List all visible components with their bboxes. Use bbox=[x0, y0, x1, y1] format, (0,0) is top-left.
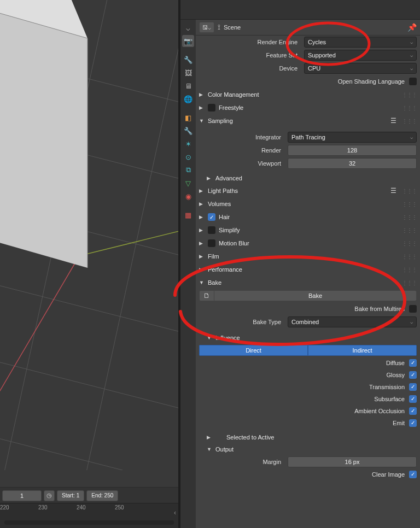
tick: 220 bbox=[0, 504, 9, 511]
panel-simplify[interactable]: ▶ Simplify ⋮⋮⋮ bbox=[196, 224, 420, 237]
panel-freestyle[interactable]: ▶ Freestyle ⋮⋮⋮ bbox=[196, 101, 420, 114]
svg-line-10 bbox=[0, 256, 79, 437]
current-frame-field[interactable]: 1 bbox=[2, 490, 42, 501]
panel-title: Motion Blur bbox=[219, 240, 249, 247]
panel-light-paths[interactable]: ▶ Light Paths ☰ ⋮⋮⋮ bbox=[196, 184, 420, 197]
bake-button[interactable]: 🗋 Bake bbox=[199, 290, 417, 301]
autokey-icon[interactable]: ◷ bbox=[44, 490, 55, 501]
integrator-dropdown[interactable]: Path Tracing bbox=[288, 132, 417, 143]
pass-diffuse-label: Diffuse bbox=[386, 360, 405, 366]
tab-world[interactable]: 🌐 bbox=[182, 93, 194, 105]
panel-title: Output bbox=[215, 446, 234, 453]
viewport-scene bbox=[0, 0, 178, 470]
panel-output[interactable]: ▼ Output bbox=[196, 443, 420, 455]
pass-diffuse-checkbox[interactable]: ✓ bbox=[409, 359, 417, 367]
panel-hair[interactable]: ▶ ✓ Hair ⋮⋮⋮ bbox=[196, 210, 420, 224]
pass-ao-label: Ambient Occlusion bbox=[354, 408, 405, 414]
osl-checkbox[interactable] bbox=[409, 78, 417, 85]
drag-icon: ⋮⋮⋮ bbox=[402, 240, 417, 247]
tab-render[interactable]: 📷 bbox=[182, 35, 194, 47]
pass-subsurface-checkbox[interactable]: ✓ bbox=[409, 395, 417, 403]
render-samples-field[interactable]: 128 bbox=[288, 145, 417, 156]
3d-viewport[interactable]: 1 ◷ Start: 1 End: 250 220 230 240 250 ‹ bbox=[0, 0, 178, 528]
context-selector[interactable]: 🖫⌵ bbox=[199, 22, 214, 33]
tab-physics[interactable]: ⊙ bbox=[182, 151, 194, 163]
tick: 230 bbox=[38, 504, 48, 511]
pass-ao-checkbox[interactable]: ✓ bbox=[409, 407, 417, 415]
clear-image-label: Clear Image bbox=[372, 471, 405, 478]
timeline-scrollbar[interactable] bbox=[4, 520, 174, 525]
tab-constraints[interactable]: ⧉ bbox=[182, 164, 194, 176]
tab-particles[interactable]: ✶ bbox=[182, 138, 194, 150]
simplify-checkbox[interactable] bbox=[208, 226, 215, 234]
render-samples-label: Render bbox=[199, 147, 284, 154]
bake-icon: 🗋 bbox=[199, 290, 214, 301]
pass-transmission-checkbox[interactable]: ✓ bbox=[409, 383, 417, 391]
viewport-samples-field[interactable]: 32 bbox=[288, 158, 417, 169]
tab-data[interactable]: ▽ bbox=[182, 177, 194, 189]
start-label: Start: bbox=[62, 492, 75, 498]
end-frame-field[interactable]: End: 250 bbox=[86, 490, 118, 501]
panel-title: Performance bbox=[208, 266, 242, 273]
feature-set-label: Feature Set bbox=[199, 52, 301, 58]
chevron-left-icon[interactable]: ‹ bbox=[174, 509, 176, 517]
pass-emit-checkbox[interactable]: ✓ bbox=[409, 419, 417, 427]
tab-output[interactable]: 🔧 bbox=[182, 54, 194, 66]
motion-blur-checkbox[interactable] bbox=[208, 239, 215, 247]
panel-selected-to-active[interactable]: ▶ Selected to Active bbox=[196, 431, 420, 443]
drag-icon: ⋮⋮⋮ bbox=[402, 201, 417, 207]
pass-transmission-label: Transmission bbox=[369, 384, 405, 390]
tab-texture[interactable]: ▦ bbox=[182, 209, 194, 221]
toggle-indirect[interactable]: Indirect bbox=[308, 345, 417, 356]
panel-advanced[interactable]: ▶ Advanced bbox=[196, 172, 420, 184]
tab-scene[interactable]: 🖥 bbox=[182, 80, 194, 92]
panel-title: Light Paths bbox=[208, 187, 238, 194]
margin-field[interactable]: 16 px bbox=[288, 456, 417, 467]
scene-icon: ⟟ bbox=[218, 23, 220, 32]
hair-checkbox[interactable]: ✓ bbox=[208, 213, 215, 221]
context-dropdown[interactable]: ⌵ bbox=[182, 22, 194, 34]
freestyle-checkbox[interactable] bbox=[208, 104, 215, 112]
end-value: 250 bbox=[104, 492, 114, 498]
panel-sampling[interactable]: ▼ Sampling ☰ ⋮⋮⋮ bbox=[196, 114, 420, 127]
presets-icon[interactable]: ☰ bbox=[390, 117, 396, 125]
selected-to-active-checkbox[interactable] bbox=[215, 433, 223, 441]
drag-icon: ⋮⋮⋮ bbox=[402, 118, 417, 124]
pass-glossy-checkbox[interactable]: ✓ bbox=[409, 371, 417, 379]
panel-title: Color Management bbox=[208, 91, 259, 98]
drag-icon: ⋮⋮⋮ bbox=[402, 267, 417, 273]
panel-title: Advanced bbox=[215, 175, 242, 181]
bake-button-label: Bake bbox=[214, 290, 417, 301]
start-frame-field[interactable]: Start: 1 bbox=[57, 490, 84, 501]
svg-line-4 bbox=[0, 355, 178, 415]
presets-icon[interactable]: ☰ bbox=[390, 187, 396, 195]
panel-motion-blur[interactable]: ▶ Motion Blur ⋮⋮⋮ bbox=[196, 237, 420, 250]
tab-object[interactable]: ◧ bbox=[182, 112, 194, 124]
device-dropdown[interactable]: CPU bbox=[304, 63, 417, 74]
panel-title: Volumes bbox=[208, 201, 231, 207]
timeline-track[interactable]: 220 230 240 250 ‹ bbox=[0, 503, 178, 528]
panel-title: Selected to Active bbox=[226, 434, 274, 441]
drag-icon: ⋮⋮⋮ bbox=[402, 227, 417, 233]
clear-image-checkbox[interactable]: ✓ bbox=[409, 471, 417, 478]
svg-line-3 bbox=[0, 279, 178, 339]
panel-film[interactable]: ▶ Film ⋮⋮⋮ bbox=[196, 250, 420, 263]
margin-label: Margin bbox=[199, 459, 284, 465]
bake-type-dropdown[interactable]: Combined bbox=[288, 316, 417, 327]
panel-performance[interactable]: ▶ Performance ⋮⋮⋮ bbox=[196, 263, 420, 276]
feature-set-dropdown[interactable]: Supported bbox=[304, 50, 417, 61]
render-engine-dropdown[interactable]: Cycles bbox=[304, 37, 417, 48]
panel-color-management[interactable]: ▶ Color Management ⋮⋮⋮ bbox=[196, 88, 420, 101]
pin-icon[interactable]: 📌 bbox=[407, 23, 417, 32]
toggle-direct[interactable]: Direct bbox=[199, 345, 308, 356]
pass-subsurface-label: Subsurface bbox=[374, 396, 405, 402]
tab-layers[interactable]: 🖼 bbox=[182, 67, 194, 79]
bake-from-multires-label: Bake from Multires bbox=[354, 306, 405, 312]
tab-modifier[interactable]: 🔧 bbox=[182, 125, 194, 137]
bake-from-multires-checkbox[interactable] bbox=[409, 305, 417, 313]
panel-bake[interactable]: ▼ Bake ⋮⋮⋮ bbox=[196, 276, 420, 289]
panel-influence[interactable]: ▼ Influence bbox=[196, 332, 420, 344]
tab-material[interactable]: ◉ bbox=[182, 190, 194, 202]
drag-icon: ⋮⋮⋮ bbox=[402, 254, 417, 260]
panel-volumes[interactable]: ▶ Volumes ⋮⋮⋮ bbox=[196, 197, 420, 210]
